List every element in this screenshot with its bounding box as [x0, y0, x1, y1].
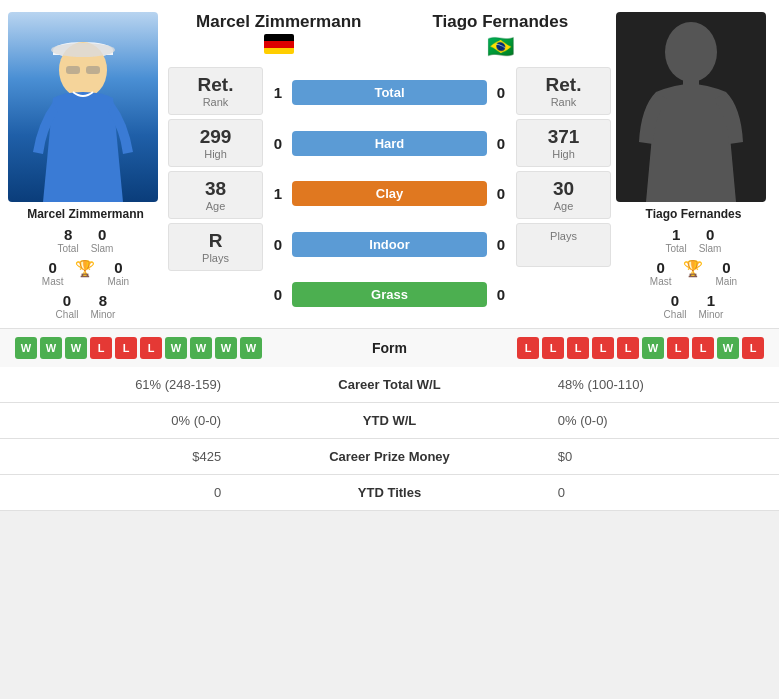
player2-main-val: 0	[715, 259, 737, 276]
p1-age-val: 38	[177, 178, 254, 200]
form-badge: W	[65, 337, 87, 359]
p2-high-val: 371	[525, 126, 602, 148]
trophy1-icon: 🏆	[75, 260, 95, 277]
p1-indoor-score: 0	[268, 236, 288, 253]
player1-name-center: Marcel Zimmermann	[168, 12, 390, 32]
player1-total-val: 8	[58, 226, 79, 243]
hard-badge: Hard	[292, 131, 487, 156]
player2-name-block: Tiago Fernandes 🇧🇷	[390, 12, 612, 60]
career-wl-row: 61% (248-159) Career Total W/L 48% (100-…	[0, 367, 779, 403]
form-badge: L	[517, 337, 539, 359]
p1-titles: 0	[0, 475, 236, 511]
player1-main-lbl: Main	[107, 276, 129, 287]
p1-high-lbl: High	[177, 148, 254, 160]
player2-main-lbl: Main	[715, 276, 737, 287]
titles-row: 0 YTD Titles 0	[0, 475, 779, 511]
form-badge: W	[717, 337, 739, 359]
player2-slam-lbl: Slam	[699, 243, 722, 254]
player2-mini-stats3: 0 Chall 1 Minor	[616, 292, 771, 320]
player2-total-val: 1	[666, 226, 687, 243]
flag-de-red	[264, 41, 294, 48]
player2-slam-val: 0	[699, 226, 722, 243]
player1-minor-stat: 8 Minor	[90, 292, 115, 320]
flag-de-gold	[264, 48, 294, 55]
player2-photo-bg	[616, 12, 766, 202]
player2-mast-val: 0	[650, 259, 672, 276]
player2-chall-val: 0	[664, 292, 687, 309]
p2-prize: $0	[543, 439, 779, 475]
player2-total-stat: 1 Total	[666, 226, 687, 254]
player2-chall-lbl: Chall	[664, 309, 687, 320]
stats-scores-area: Ret. Rank 299 High 38 Age R Plays	[168, 67, 611, 320]
player2-minor-lbl: Minor	[698, 309, 723, 320]
player1-flag-area	[168, 34, 390, 58]
player1-chall-stat: 0 Chall	[56, 292, 79, 320]
p2-career-wl: 48% (100-110)	[543, 367, 779, 403]
p1-plays-lbl: Plays	[177, 252, 254, 264]
player-comparison: Marcel Zimmermann 8 Total 0 Slam 0 Mast	[0, 0, 779, 328]
p1-rank-lbl: Rank	[177, 96, 254, 108]
p1-high-box: 299 High	[168, 119, 263, 167]
form-badge: L	[140, 337, 162, 359]
p1-age-box: 38 Age	[168, 171, 263, 219]
player1-mini-stats3: 0 Chall 8 Minor	[8, 292, 163, 320]
score-indoor: 0 Indoor 0	[268, 229, 511, 260]
player1-slam-lbl: Slam	[91, 243, 114, 254]
p2-grass-score: 0	[491, 286, 511, 303]
player1-total-stat: 8 Total	[58, 226, 79, 254]
player2-chall-stat: 0 Chall	[664, 292, 687, 320]
player2-minor-stat: 1 Minor	[698, 292, 723, 320]
p2-rank-box: Ret. Rank	[516, 67, 611, 115]
player1-photo	[8, 12, 158, 202]
form-badge: W	[40, 337, 62, 359]
p1-prize: $425	[0, 439, 236, 475]
titles-label: YTD Titles	[236, 475, 543, 511]
p2-plays-lbl: Plays	[525, 230, 602, 242]
p1-clay-score: 1	[268, 185, 288, 202]
p1-hard-score: 0	[268, 135, 288, 152]
form-badge: L	[742, 337, 764, 359]
player1-main-val: 0	[107, 259, 129, 276]
player1-photo-bg	[8, 12, 158, 202]
player2-trophy: 🏆	[683, 259, 703, 287]
player2-mast-stat: 0 Mast	[650, 259, 672, 287]
clay-badge: Clay	[292, 181, 487, 206]
player1-mast-stat: 0 Mast	[42, 259, 64, 287]
ytd-wl-row: 0% (0-0) YTD W/L 0% (0-0)	[0, 403, 779, 439]
main-container: Marcel Zimmermann 8 Total 0 Slam 0 Mast	[0, 0, 779, 511]
player2-main-stat: 0 Main	[715, 259, 737, 287]
form-label: Form	[350, 340, 430, 356]
p1-plays-val: R	[177, 230, 254, 252]
career-wl-label: Career Total W/L	[236, 367, 543, 403]
player1-minor-val: 8	[90, 292, 115, 309]
player2-stat-box: Ret. Rank 371 High 30 Age Plays	[516, 67, 611, 320]
player1-form: WWWLLLWWWW	[15, 337, 262, 359]
prize-row: $425 Career Prize Money $0	[0, 439, 779, 475]
player2-mast-lbl: Mast	[650, 276, 672, 287]
score-grass: 0 Grass 0	[268, 279, 511, 310]
form-badge: L	[692, 337, 714, 359]
p2-high-lbl: High	[525, 148, 602, 160]
p1-grass-score: 0	[268, 286, 288, 303]
player1-flag	[264, 34, 294, 54]
p1-rank-box: Ret. Rank	[168, 67, 263, 115]
p1-total-score: 1	[268, 84, 288, 101]
form-badge: W	[240, 337, 262, 359]
p1-plays-box: R Plays	[168, 223, 263, 271]
player1-photo-card: Marcel Zimmermann 8 Total 0 Slam 0 Mast	[8, 12, 163, 320]
score-lines: 1 Total 0 0 Hard 0 1 Clay 0	[268, 67, 511, 320]
form-badge: L	[592, 337, 614, 359]
player2-mini-stats: 1 Total 0 Slam	[616, 226, 771, 254]
form-badge: W	[642, 337, 664, 359]
p2-age-box: 30 Age	[516, 171, 611, 219]
score-hard: 0 Hard 0	[268, 128, 511, 159]
player1-name-block: Marcel Zimmermann	[168, 12, 390, 60]
form-badge: W	[190, 337, 212, 359]
player2-name-center: Tiago Fernandes	[390, 12, 612, 32]
p1-career-wl: 61% (248-159)	[0, 367, 236, 403]
indoor-badge: Indoor	[292, 232, 487, 257]
player1-name: Marcel Zimmermann	[8, 207, 163, 221]
p2-indoor-score: 0	[491, 236, 511, 253]
total-badge: Total	[292, 80, 487, 105]
form-badge: L	[667, 337, 689, 359]
